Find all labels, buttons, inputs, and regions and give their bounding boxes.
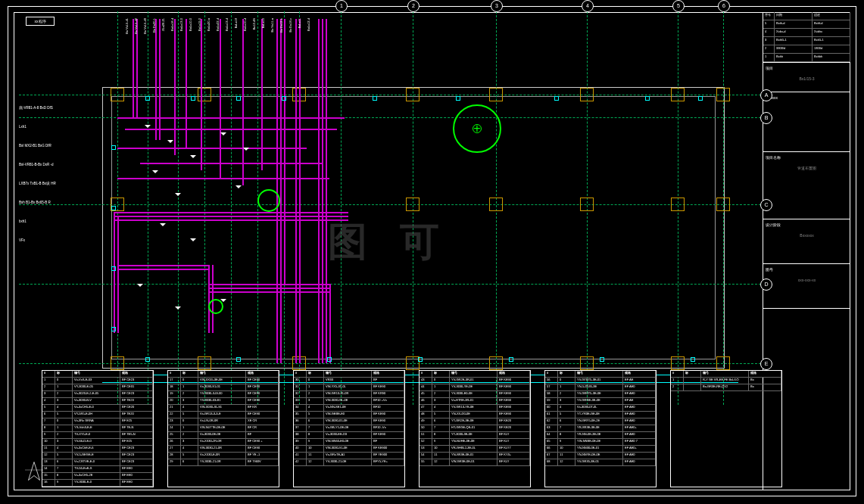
grid-bubble: 4 bbox=[582, 0, 594, 12]
schedule-table: #标编号规格1R-Y GE VR-EE FE BxL/LOBx2Bx-GR3E-… bbox=[670, 370, 782, 487]
tb-status: 设计阶段 Bxxxxxx bbox=[763, 219, 850, 264]
schedule-row: 474YV-GR13-YE-0EBF KE90 bbox=[420, 405, 530, 412]
structural-column bbox=[671, 198, 685, 211]
annotation-label: Bxh B1-Bx Bx65-B R bbox=[19, 201, 51, 204]
pipe bbox=[114, 212, 115, 333]
structural-column bbox=[111, 88, 124, 101]
reference-marker bbox=[236, 357, 241, 362]
schedule-row: 70Vx-3Rx GRNABF E25 bbox=[42, 418, 153, 425]
reference-marker bbox=[191, 96, 195, 101]
pipe-tag-label: Bx Vx19-d3 bbox=[143, 18, 147, 34]
schedule-row: 452YV-3030-E0-0EBF KE90 bbox=[420, 391, 530, 398]
structural-column bbox=[580, 198, 594, 211]
pipe-tag-label: BxLx13-0 bbox=[179, 18, 183, 31]
drawing-sheet: xx程序 序号 日期 描述 5Bxth-dBxhf-d4Xxbx-dXxbhx3… bbox=[0, 0, 864, 504]
pipe bbox=[299, 19, 301, 291]
schedule-row: 5310VR-GHBL2-3E-0LBF KLY7 bbox=[420, 446, 530, 453]
schedule-tables: #标编号规格10Vx-VxS-E-03BF CE2321VY-3030-E-05… bbox=[42, 370, 738, 487]
schedule-row: 65VY-5R5-E-0HBF TE20 bbox=[42, 412, 153, 418]
pipe bbox=[117, 265, 208, 266]
schedule-row: 322VW-GR13-31-0RBF KR90 bbox=[294, 391, 404, 398]
flow-arrow-icon bbox=[190, 238, 196, 244]
pipe bbox=[208, 291, 329, 293]
schedule-row: 114Vx-3xChE-E-6BF CE23 bbox=[42, 446, 153, 453]
proj-value: Bx1/15-3 bbox=[766, 76, 848, 81]
grid-bubble: D bbox=[760, 278, 772, 291]
pipe-tag-label: BxLx11 bbox=[298, 18, 301, 28]
flow-arrow-icon bbox=[160, 223, 166, 229]
schedule-row: 626YN-GRY5-0E-2EEF AE0 bbox=[545, 418, 656, 425]
schedule-row: 377Vx-GB-Y1-0E-0EBF10 -Vx bbox=[294, 425, 404, 432]
schedule-table: #标编号规格560YV-GTBT5-3E-01EF AE571YN-5-D535… bbox=[544, 370, 657, 487]
rev-hdr-date: 日期 bbox=[775, 12, 813, 20]
grid-bubble: 5 bbox=[672, 0, 685, 12]
schedule-row: 344Vx-NN-SE1-0EBF10 bbox=[294, 405, 404, 412]
grid-bubble: 2 bbox=[407, 0, 420, 12]
pipe-tag-label: BxLx22-d bbox=[216, 18, 220, 31]
pipe bbox=[117, 269, 208, 270]
rev-header: 序号 日期 描述 bbox=[763, 12, 850, 20]
schedule-row: 430YV-GR2E-3R-01BF KE90 bbox=[420, 378, 530, 384]
pipe bbox=[159, 19, 161, 140]
schedule-header: #标编号规格 bbox=[545, 371, 656, 378]
structural-column bbox=[716, 356, 730, 370]
schedule-row: 5411YN-SR3E-0E-01BF KY3+ bbox=[420, 453, 530, 459]
structural-column bbox=[489, 88, 503, 101]
flow-arrow-icon bbox=[145, 125, 151, 131]
pipe bbox=[318, 284, 320, 363]
pipe-tag-label: Bx Dx20-1 bbox=[152, 18, 156, 33]
annotation-label: Bxl MX2-B1 BxG DfR bbox=[19, 144, 51, 148]
schedule-row: 311VW-YX5-31-0LBF KE90 bbox=[294, 384, 404, 391]
grid-line-h bbox=[19, 284, 761, 285]
schedule-row: 158Vx-3xCH5-2EBF EE0 bbox=[42, 473, 153, 480]
schedule-row: 300VR33BF bbox=[294, 378, 404, 384]
schedule-row: 441YV-3030-YE-0EBF KE90 bbox=[420, 384, 530, 391]
structural-column bbox=[716, 198, 730, 211]
schedule-header: #标编号规格 bbox=[168, 371, 279, 378]
schedule-row: 496YT-GR2E-3E-0EBF KE20 bbox=[420, 418, 530, 425]
schedule-row: 274VW-3030-21-0RBF CE90 bbox=[168, 446, 279, 453]
pipe-tag-label: BxLx13-d bbox=[225, 18, 229, 31]
schedule-row: 593YV-GRGE-3E-0EEF AE bbox=[545, 398, 656, 405]
tb-client: Bxhxxx bbox=[763, 92, 850, 152]
schedule-row: 203YV-3030-03-B1BF CE90 bbox=[168, 398, 279, 405]
structural-column bbox=[716, 88, 730, 101]
pipe bbox=[114, 216, 348, 217]
schedule-row: 4010VW-3030-91-0EBF KE900 bbox=[294, 446, 404, 453]
schedule-row: 582YV-GR0T5-3E-0EEF AE0 bbox=[545, 391, 656, 398]
grid-line-v bbox=[178, 11, 179, 405]
pipe-tag-label: Bx Vx11-a bbox=[270, 18, 274, 32]
reference-marker bbox=[554, 96, 559, 101]
schedule-row: 54Vx-3xCH5-E-0BF CE20 bbox=[42, 405, 153, 412]
schedule-row: 507HT-GRGE-QE-01BF KE20 bbox=[420, 425, 530, 432]
pipe-tag-label: BxLx20-a bbox=[207, 18, 211, 31]
rev-hdr-no: 序号 bbox=[763, 12, 775, 20]
schedule-row: 192YV-3030-3-0f-00BF CE90 bbox=[168, 391, 279, 398]
annotation-label: Lxh1 bbox=[19, 125, 27, 129]
schedule-row: 103YV-66-D-E-0BF E25 bbox=[42, 439, 153, 446]
pipe bbox=[117, 178, 329, 179]
reference-marker bbox=[698, 96, 703, 101]
flow-arrow-icon bbox=[167, 140, 173, 146]
main-drawing: 123456 ABCDE bbox=[42, 57, 738, 359]
schedule-row: 659YW-NNBE-0E-0EEF AE0 7 bbox=[545, 439, 656, 446]
schedule-table: #标编号规格430YV-GR2E-3R-01BF KE90441YV-3030-… bbox=[419, 370, 531, 487]
reference-marker bbox=[645, 96, 650, 101]
pipe bbox=[329, 284, 331, 363]
grid-bubble: 1 bbox=[335, 0, 348, 12]
reference-marker bbox=[111, 145, 116, 150]
structural-column bbox=[111, 356, 124, 370]
client-label: Bxhxxx bbox=[766, 95, 848, 100]
dwg-label: 图号 bbox=[766, 267, 848, 272]
annotation-label: bxh1 bbox=[19, 219, 27, 223]
pipe bbox=[208, 288, 329, 289]
schedule-row: 518YT-3030-3E-0EBF KLY bbox=[420, 432, 530, 439]
rev-row: 1BxhhBxhbh bbox=[763, 54, 850, 62]
pipe bbox=[117, 117, 345, 119]
schedule-row: 4212YV-3030-21-0EBFY5-YE+ bbox=[294, 459, 404, 466]
reference-marker bbox=[111, 206, 116, 210]
structural-column bbox=[489, 198, 503, 211]
flow-arrow-icon bbox=[235, 185, 242, 191]
structural-column bbox=[198, 88, 211, 101]
schedule-row: 43Vx-3030-B-VBF TE23 bbox=[42, 398, 153, 405]
